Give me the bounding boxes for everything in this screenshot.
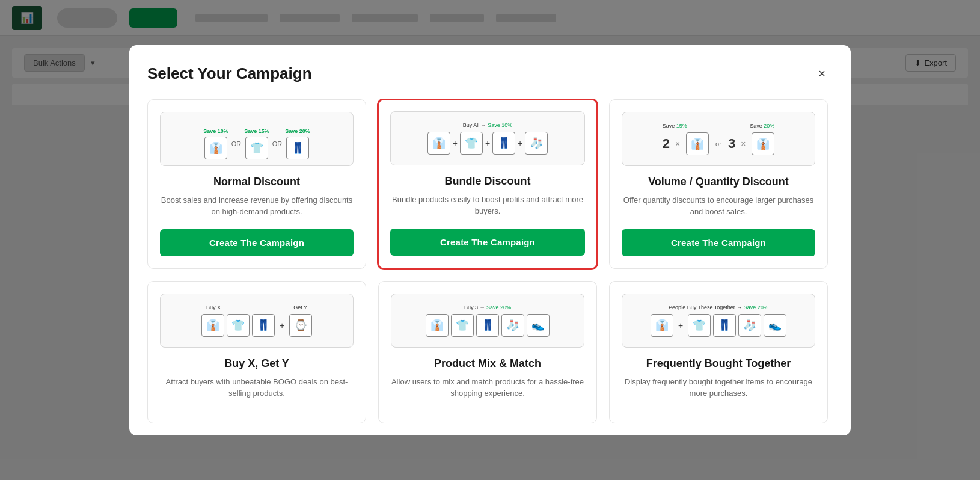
fbt-socks: 🧦 <box>738 314 761 337</box>
normal-discount-create-button[interactable]: Create The Campaign <box>160 229 354 256</box>
modal-overlay: Select Your Campaign × Save 10% 👔 OR <box>0 0 980 480</box>
fbt-name: Frequently Bought Together <box>646 357 791 370</box>
mix-tshirt: 👕 <box>451 314 474 337</box>
volume-discount-create-button[interactable]: Create The Campaign <box>622 229 815 256</box>
bxgy-shirt: 👔 <box>201 314 224 337</box>
fbt-plus: + <box>678 321 683 330</box>
modal-header: Select Your Campaign × <box>147 63 833 85</box>
campaign-card-fbt: People Buy These Together → Save 20% 👔 +… <box>609 281 828 423</box>
fbt-shoes: 👟 <box>764 314 786 337</box>
vol-or: or <box>715 140 721 147</box>
bundle-socks-icon: 🧦 <box>525 132 548 155</box>
vol-x-1: × <box>675 139 680 149</box>
bundle-pants-icon: 👖 <box>492 132 515 155</box>
bxgy-plus: + <box>280 321 284 330</box>
vol-num-2: 2 <box>663 136 670 152</box>
volume-discount-name: Volume / Quantity Discount <box>648 176 789 188</box>
or-label-2: OR <box>272 140 283 147</box>
plus-3: + <box>518 138 522 148</box>
bundle-discount-create-button[interactable]: Create The Campaign <box>390 229 585 256</box>
vol-x-2: × <box>741 139 746 149</box>
fbt-desc: Display frequently bought together items… <box>622 376 815 400</box>
campaign-card-bxgy: Buy X Get Y 👔 👕 👖 + ⌚ Buy X, Get Y Attra… <box>147 281 366 423</box>
bundle-shirt-icon: 👔 <box>427 132 450 155</box>
modal-title: Select Your Campaign <box>147 64 312 83</box>
plus-2: + <box>485 138 490 148</box>
normal-discount-name: Normal Discount <box>213 176 300 188</box>
modal-close-button[interactable]: × <box>811 63 833 85</box>
bxgy-tshirt: 👕 <box>227 314 250 337</box>
or-label-1: OR <box>231 140 242 147</box>
bxgy-watch: ⌚ <box>289 314 312 337</box>
bundle-discount-desc: Bundle products easily to boost profits … <box>390 194 585 218</box>
campaign-card-bundle-discount: Buy All → Save 10% 👔 + 👕 + 👖 + 🧦 Bundle … <box>378 99 597 269</box>
mix-match-desc: Allow users to mix and match products fo… <box>391 376 584 400</box>
modal-body[interactable]: Save 10% 👔 OR Save 15% 👕 OR <box>147 99 833 435</box>
bxgy-desc: Attract buyers with unbeatable BOGO deal… <box>160 376 354 400</box>
campaign-card-mix-match: Buy 3 → Save 20% 👔 👕 👖 🧦 👟 Product Mix &… <box>378 281 597 423</box>
mix-match-name: Product Mix & Match <box>434 357 541 370</box>
fbt-tshirt: 👕 <box>688 314 711 337</box>
select-campaign-modal: Select Your Campaign × Save 10% 👔 OR <box>129 45 851 435</box>
mix-socks: 🧦 <box>501 314 524 337</box>
shirt-icon: 👔 <box>204 137 227 159</box>
fbt-illustration: People Buy These Together → Save 20% 👔 +… <box>622 294 815 348</box>
campaign-grid: Save 10% 👔 OR Save 15% 👕 OR <box>147 99 828 423</box>
tshirt-icon: 👕 <box>245 137 268 159</box>
plus-1: + <box>453 138 458 148</box>
bxgy-illustration: Buy X Get Y 👔 👕 👖 + ⌚ <box>160 294 354 348</box>
campaign-card-normal-discount: Save 10% 👔 OR Save 15% 👕 OR <box>147 99 366 269</box>
fbt-pants: 👖 <box>713 314 736 337</box>
vol-shirt-2: 👔 <box>752 132 774 155</box>
normal-discount-illustration: Save 10% 👔 OR Save 15% 👕 OR <box>160 112 354 166</box>
campaign-card-volume-discount: Save 15% Save 20% 2 × 👔 or 3 × 👔 Volume … <box>609 99 828 269</box>
fbt-shirt: 👔 <box>651 314 673 337</box>
bundle-discount-name: Bundle Discount <box>445 175 531 188</box>
volume-discount-desc: Offer quantity discounts to encourage la… <box>622 194 815 218</box>
mix-pants: 👖 <box>476 314 499 337</box>
vol-num-3: 3 <box>728 136 735 152</box>
volume-discount-illustration: Save 15% Save 20% 2 × 👔 or 3 × 👔 <box>622 112 815 166</box>
mix-shoes: 👟 <box>527 314 550 337</box>
bundle-discount-illustration: Buy All → Save 10% 👔 + 👕 + 👖 + 🧦 <box>390 111 585 165</box>
normal-discount-desc: Boost sales and increase revenue by offe… <box>160 194 354 218</box>
mix-match-illustration: Buy 3 → Save 20% 👔 👕 👖 🧦 👟 <box>391 294 584 348</box>
mix-shirt: 👔 <box>426 314 449 337</box>
vol-shirt-1: 👔 <box>686 132 709 155</box>
pants-icon: 👖 <box>286 137 309 159</box>
bxgy-name: Buy X, Get Y <box>224 357 289 370</box>
bxgy-pants: 👖 <box>252 314 275 337</box>
bundle-tshirt-icon: 👕 <box>460 132 483 155</box>
